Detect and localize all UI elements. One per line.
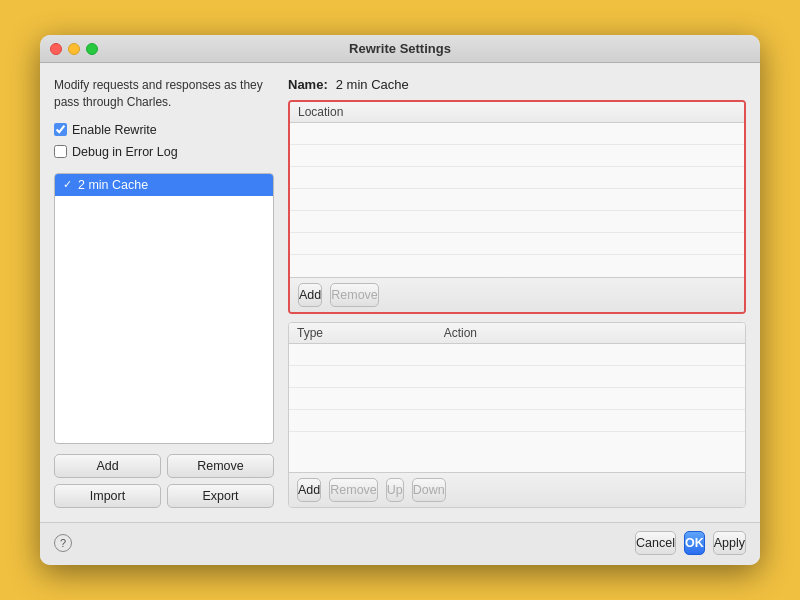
apply-button[interactable]: Apply [713, 531, 746, 555]
location-add-button[interactable]: Add [298, 283, 322, 307]
close-button[interactable] [50, 43, 62, 55]
location-remove-button[interactable]: Remove [330, 283, 379, 307]
rule-row-1 [289, 344, 745, 366]
cancel-button[interactable]: Cancel [635, 531, 676, 555]
list-item-label: 2 min Cache [78, 178, 148, 192]
enable-rewrite-label: Enable Rewrite [72, 123, 157, 137]
rules-section: Type Action Add Remove Up Down [288, 322, 746, 508]
location-row-5 [290, 211, 744, 233]
location-row-3 [290, 167, 744, 189]
debug-error-log-row: Debug in Error Log [54, 145, 274, 159]
type-column-header: Type [297, 326, 444, 340]
rules-remove-button[interactable]: Remove [329, 478, 378, 502]
import-button[interactable]: Import [54, 484, 161, 508]
left-action-buttons: Add Remove Import Export [54, 454, 274, 508]
footer-buttons: Cancel OK Apply [635, 531, 746, 555]
rules-grid [289, 344, 745, 472]
location-grid [290, 123, 744, 277]
traffic-lights [50, 43, 98, 55]
name-label: Name: [288, 77, 328, 92]
rule-row-5 [289, 432, 745, 454]
minimize-button[interactable] [68, 43, 80, 55]
location-header: Location [290, 102, 744, 123]
rules-header: Type Action [289, 323, 745, 344]
location-row-2 [290, 145, 744, 167]
name-value: 2 min Cache [336, 77, 409, 92]
dialog-footer: ? Cancel OK Apply [40, 522, 760, 565]
location-footer: Add Remove [290, 277, 744, 312]
window-title: Rewrite Settings [349, 41, 451, 56]
rules-up-button[interactable]: Up [386, 478, 404, 502]
location-section: Location Add Remove [288, 100, 746, 314]
rule-row-2 [289, 366, 745, 388]
left-panel: Modify requests and responses as they pa… [54, 77, 274, 508]
location-row-7 [290, 255, 744, 277]
location-row-1 [290, 123, 744, 145]
export-button[interactable]: Export [167, 484, 274, 508]
debug-error-log-label: Debug in Error Log [72, 145, 178, 159]
rules-footer: Add Remove Up Down [289, 472, 745, 507]
rule-row-3 [289, 388, 745, 410]
titlebar: Rewrite Settings [40, 35, 760, 63]
action-column-header: Action [444, 326, 737, 340]
add-rule-button[interactable]: Add [54, 454, 161, 478]
rewrite-rules-list: ✓ 2 min Cache [54, 173, 274, 444]
description-text: Modify requests and responses as they pa… [54, 77, 274, 111]
help-area: ? [54, 534, 72, 552]
list-item[interactable]: ✓ 2 min Cache [55, 174, 273, 196]
enable-rewrite-row: Enable Rewrite [54, 123, 274, 137]
help-button[interactable]: ? [54, 534, 72, 552]
enable-rewrite-checkbox[interactable] [54, 123, 67, 136]
rules-add-button[interactable]: Add [297, 478, 321, 502]
name-row: Name: 2 min Cache [288, 77, 746, 92]
right-panel: Name: 2 min Cache Location Add Remove [288, 77, 746, 508]
check-icon: ✓ [63, 178, 72, 191]
rule-row-4 [289, 410, 745, 432]
location-row-6 [290, 233, 744, 255]
ok-button[interactable]: OK [684, 531, 705, 555]
rewrite-settings-dialog: Rewrite Settings Modify requests and res… [40, 35, 760, 565]
rules-down-button[interactable]: Down [412, 478, 446, 502]
maximize-button[interactable] [86, 43, 98, 55]
location-row-4 [290, 189, 744, 211]
remove-rule-button[interactable]: Remove [167, 454, 274, 478]
dialog-body: Modify requests and responses as they pa… [40, 63, 760, 522]
debug-error-log-checkbox[interactable] [54, 145, 67, 158]
